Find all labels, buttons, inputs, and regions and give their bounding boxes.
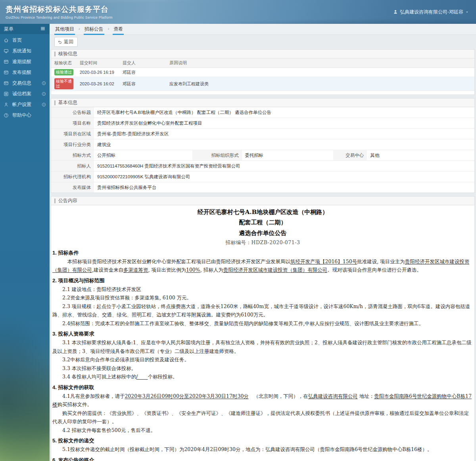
sidebar-item-overdue-reminder[interactable]: 逾期提醒: [0, 56, 50, 67]
verify-time: 2020-03-26 16:19: [77, 68, 119, 77]
doc-section-heading: 5. 投标文件的递交: [52, 437, 473, 444]
hamburger-icon[interactable]: [40, 26, 46, 33]
breadcrumb-item[interactable]: 查看: [113, 26, 124, 35]
status-badge: 核验不通过: [54, 78, 73, 89]
doc-paragraph: 5.1投标文件递交的截止时间（投标截止时间，下同）为2020年4月2日09时30…: [52, 445, 473, 454]
toolbar: 返回: [50, 35, 476, 48]
app-subtitle: GuiZhou Province Tendering and Bidding P…: [6, 15, 113, 19]
field-value: 公开招标: [94, 150, 192, 160]
panel-padding: [51, 91, 474, 95]
field-value: 其他: [367, 150, 474, 160]
doc-paragraph: 2.4招标范围：完成本工程的全部施工工作直至竣工验收、整体移交、质量缺陷责任期内…: [52, 319, 473, 328]
announcement-panel: 公告内容 经开区毛寨村七号A.B地块棚户区改造（中桐路） 配套工程（二期） 遴选…: [51, 196, 475, 461]
sidebar-item-system-notice[interactable]: 系统通知: [0, 46, 50, 56]
sidebar-item-label: 帮助中心: [12, 112, 31, 119]
field-value: 贵阳经济技术开发区创业孵化中心室外配套工程项目: [94, 118, 474, 128]
verify-time: 2020-03-26 16:02: [77, 77, 119, 91]
verify-section-title: 核验信息: [58, 50, 77, 57]
sidebar-item-label: 诚信档案: [12, 91, 31, 97]
main-content: 其他项目›招标公告›查看 返回 核验信息 核验状态提交时间提交人原因说明 核验通…: [50, 24, 476, 461]
field-label: 发布媒体: [51, 182, 94, 193]
doc-title-line: 经开区毛寨村七号A.B地块棚户区改造（中桐路）: [52, 207, 473, 217]
sidebar: 菜单 首页系统通知逾期提醒发布提醒交易信息诚信档案帐户设置帮助中心: [0, 24, 50, 461]
chevron-right-circle-icon: [42, 102, 46, 107]
doc-section-heading: 1. 招标条件: [52, 249, 473, 257]
breadcrumb-separator: ›: [79, 26, 80, 31]
status-badge: 核验通过: [54, 69, 73, 75]
announcement-section-header: 公告内容: [51, 197, 474, 205]
sidebar-item-home[interactable]: 首页: [0, 35, 50, 46]
sidebar-item-publish-reminder[interactable]: 发布提醒: [0, 67, 50, 78]
field-label: 招标代理机构: [51, 172, 94, 182]
card-icon: [4, 59, 9, 65]
breadcrumb-separator: ›: [108, 26, 109, 31]
sidebar-item-help-center[interactable]: 帮助中心: [0, 110, 50, 121]
sidebar-item-account-settings[interactable]: 帐户设置: [0, 99, 50, 110]
verify-reason: [166, 68, 474, 77]
doc-paragraph: 4.1凡有意参加投标者，请于2020年3月26日09时00分至2020年3月30…: [52, 392, 473, 409]
sidebar-menu: 首页系统通知逾期提醒发布提醒交易信息诚信档案帐户设置帮助中心: [0, 34, 50, 121]
doc-paragraph: 4.2 招标文件每套售价500元，售后不退。: [52, 426, 473, 435]
verify-row: 核验不通过2020-03-26 16:02邓廷容应发布到工程建设类: [51, 77, 474, 91]
field-label: 项目行业分类: [51, 139, 94, 150]
basic-info-table: 公告标题经开区毛寨村七号A.B地块棚户区改造（中桐路） 配套工程（二期） 遴选合…: [51, 107, 474, 193]
sidebar-item-trade-info[interactable]: 交易信息: [0, 78, 50, 89]
doc-paragraph: 购买文件的需提供：《营业执照》、《资质证书》、《安全生产许可证》、《建造师注册证…: [52, 409, 473, 426]
doc-paragraph: 2.3 项目规模：起点位于小孟工业园轻轨站，终点接费惠大道，道路全长1260米，…: [52, 302, 473, 319]
field-label: 招标方式: [51, 150, 94, 160]
breadcrumb-item[interactable]: 招标公告: [84, 26, 104, 35]
verify-column-header: 原因说明: [166, 58, 474, 68]
section-marker: [54, 199, 56, 203]
monitor-icon: [4, 48, 9, 54]
field-label: 公告标题: [51, 107, 94, 118]
doc-section-heading: 6. 发布公告的媒介: [52, 457, 473, 461]
app-header: 贵州省招标投标公共服务平台 GuiZhou Province Tendering…: [0, 0, 476, 24]
verify-column-header: 提交人: [119, 58, 166, 68]
sidebar-item-label: 逾期提醒: [12, 58, 31, 65]
home-icon: [4, 38, 9, 43]
verify-panel: 核验信息 核验状态提交时间提交人原因说明 核验通过2020-03-26 16:1…: [51, 49, 475, 95]
breadcrumb: 其他项目›招标公告›查看: [50, 24, 476, 35]
brand: 贵州省招标投标公共服务平台 GuiZhou Province Tendering…: [6, 4, 113, 19]
sidebar-item-label: 交易信息: [12, 80, 31, 87]
basic-info-row: 招标人91520114755368460H 贵阳经济技术开发区国有资产投资经营有…: [51, 161, 474, 172]
doc-section-heading: 3. 投标人资格要求: [52, 330, 473, 338]
field-value: 经开区毛寨村七号A.B地块棚户区改造（中桐路） 配套工程（二期） 遴选合作单位公…: [94, 107, 474, 118]
user-menu[interactable]: 弘典建设咨询有限公司-邓廷容: [393, 9, 469, 15]
verify-row: 核验通过2020-03-26 16:19邓廷容: [51, 68, 474, 77]
announcement-section-title: 公告内容: [58, 197, 77, 204]
basic-info-row: 招标代理机构91520000722109905K 弘典建设咨询有限公司: [51, 172, 474, 182]
doc-paragraph: 3.1 本次招标要求投标人须具备:1、应是在中华人民共和国境内注册，具有独立法人…: [52, 338, 473, 355]
field-value: 委托招标: [242, 150, 334, 160]
doc-paragraph: 3.4 各投标人均可就上述标段中的/ 个标段投标。: [52, 372, 473, 381]
back-button[interactable]: 返回: [54, 37, 78, 47]
verify-reason: 应发布到工程建设类: [166, 77, 474, 91]
tender-number: 招标编号：HDZB-2020-071-3: [52, 239, 473, 246]
sidebar-item-integrity-archive[interactable]: 诚信档案: [0, 89, 50, 99]
basic-info-row: 公告标题经开区毛寨村七号A.B地块棚户区改造（中桐路） 配套工程（二期） 遴选合…: [51, 107, 474, 118]
field-value: 贵州省-贵阳市-贵阳经济技术开发区: [94, 129, 474, 139]
doc-paragraph: 3.3 本次招标不接受联合体投标。: [52, 364, 473, 373]
basic-info-panel: 基本信息 公告标题经开区毛寨村七号A.B地块棚户区改造（中桐路） 配套工程（二期…: [51, 98, 475, 193]
verify-submitter: 邓廷容: [119, 77, 166, 91]
app-title: 贵州省招标投标公共服务平台: [6, 4, 113, 15]
verify-column-header: 提交时间: [77, 58, 119, 68]
section-marker: [54, 100, 56, 105]
doc-title-line: 遴选合作单位公告: [52, 228, 473, 238]
breadcrumb-item[interactable]: 其他项目: [54, 26, 75, 35]
field-label: 招标组织形式: [192, 150, 242, 160]
back-icon: [58, 40, 62, 44]
doc-section-heading: 2. 项目概况与招标范围: [52, 277, 473, 284]
back-button-label: 返回: [64, 39, 73, 45]
basic-section-title: 基本信息: [58, 99, 77, 106]
doc-paragraph: 3.2中标后意向合作单位必须承担项目的投资及建设任务。: [52, 355, 473, 364]
menu-label: 菜单: [4, 26, 13, 33]
user-icon: [4, 102, 9, 108]
verify-column-header: 核验状态: [51, 58, 77, 68]
announcement-document: 经开区毛寨村七号A.B地块棚户区改造（中桐路） 配套工程（二期） 遴选合作单位公…: [51, 205, 474, 461]
field-label: 项目所在区域: [51, 129, 94, 139]
doc-title-line: 配套工程（二期）: [52, 217, 473, 228]
user-icon: [393, 10, 398, 14]
verify-section-header: 核验信息: [51, 50, 474, 58]
basic-info-row: 发布媒体贵州省招标投标公共服务平台: [51, 182, 474, 193]
